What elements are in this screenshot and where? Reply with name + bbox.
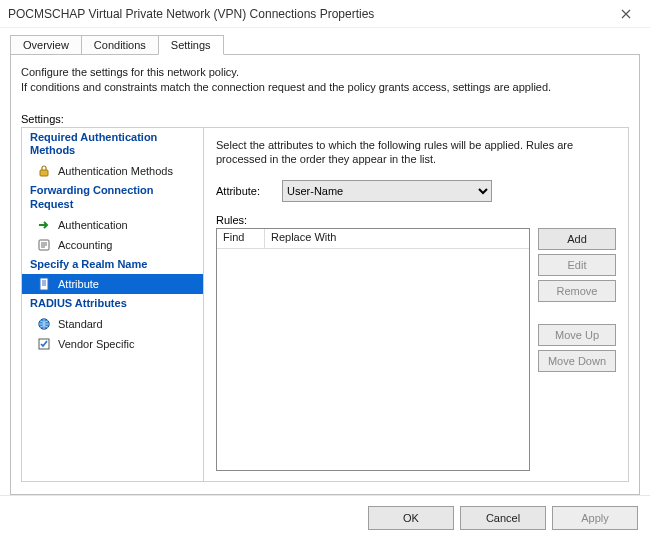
window-title: POCMSCHAP Virtual Private Network (VPN) … bbox=[8, 7, 374, 21]
globe-icon bbox=[36, 316, 52, 332]
attribute-label: Attribute: bbox=[216, 185, 268, 197]
rules-table[interactable]: Find Replace With bbox=[216, 228, 530, 471]
nav-item-label: Authentication Methods bbox=[58, 165, 173, 177]
attribute-row: Attribute: User-Name bbox=[216, 180, 616, 202]
intro-line2: If conditions and constraints match the … bbox=[21, 80, 629, 95]
rules-row: Find Replace With Add Edit Remove Move U… bbox=[216, 228, 616, 471]
document-icon bbox=[36, 276, 52, 292]
dialog-footer: OK Cancel Apply bbox=[0, 495, 650, 539]
settings-label: Settings: bbox=[21, 113, 629, 125]
rules-label: Rules: bbox=[216, 214, 616, 226]
col-replace-with[interactable]: Replace With bbox=[265, 229, 529, 248]
nav-item-label: Accounting bbox=[58, 239, 112, 251]
section-header-radius: RADIUS Attributes bbox=[22, 294, 203, 314]
nav-item-authentication-methods[interactable]: Authentication Methods bbox=[22, 161, 203, 181]
move-up-button[interactable]: Move Up bbox=[538, 324, 616, 346]
nav-item-label: Standard bbox=[58, 318, 103, 330]
svg-rect-0 bbox=[40, 170, 48, 176]
rules-button-column: Add Edit Remove Move Up Move Down bbox=[538, 228, 616, 471]
tab-conditions[interactable]: Conditions bbox=[81, 35, 159, 54]
book-icon bbox=[36, 237, 52, 253]
close-icon bbox=[621, 9, 631, 19]
section-header-realm: Specify a Realm Name bbox=[22, 255, 203, 275]
rules-table-header: Find Replace With bbox=[217, 229, 529, 249]
titlebar: POCMSCHAP Virtual Private Network (VPN) … bbox=[0, 0, 650, 28]
window: POCMSCHAP Virtual Private Network (VPN) … bbox=[0, 0, 650, 539]
tab-settings[interactable]: Settings bbox=[158, 35, 224, 55]
tab-panel-settings: Configure the settings for this network … bbox=[10, 54, 640, 495]
settings-group: Required Authentication Methods Authenti… bbox=[21, 127, 629, 482]
apply-button[interactable]: Apply bbox=[552, 506, 638, 530]
close-button[interactable] bbox=[608, 4, 644, 24]
tab-overview[interactable]: Overview bbox=[10, 35, 82, 54]
section-header-auth-methods: Required Authentication Methods bbox=[22, 128, 203, 162]
arrow-right-icon bbox=[36, 217, 52, 233]
ok-button[interactable]: OK bbox=[368, 506, 454, 530]
nav-item-accounting[interactable]: Accounting bbox=[22, 235, 203, 255]
intro-line1: Configure the settings for this network … bbox=[21, 65, 629, 80]
nav-item-label: Authentication bbox=[58, 219, 128, 231]
intro-text: Configure the settings for this network … bbox=[21, 65, 629, 95]
remove-button[interactable]: Remove bbox=[538, 280, 616, 302]
nav-item-standard[interactable]: Standard bbox=[22, 314, 203, 334]
content-pane: Select the attributes to which the follo… bbox=[204, 128, 628, 481]
cancel-button[interactable]: Cancel bbox=[460, 506, 546, 530]
nav-item-label: Attribute bbox=[58, 278, 99, 290]
settings-nav: Required Authentication Methods Authenti… bbox=[22, 128, 204, 481]
svg-rect-5 bbox=[40, 278, 48, 290]
add-button[interactable]: Add bbox=[538, 228, 616, 250]
attribute-dropdown[interactable]: User-Name bbox=[282, 180, 492, 202]
nav-item-label: Vendor Specific bbox=[58, 338, 134, 350]
button-spacer bbox=[538, 306, 616, 320]
rules-table-body bbox=[217, 249, 529, 470]
tabs-strip: Overview Conditions Settings bbox=[0, 28, 650, 54]
nav-item-attribute[interactable]: Attribute bbox=[22, 274, 203, 294]
nav-item-authentication[interactable]: Authentication bbox=[22, 215, 203, 235]
lock-icon bbox=[36, 163, 52, 179]
nav-item-vendor-specific[interactable]: Vendor Specific bbox=[22, 334, 203, 354]
content-description: Select the attributes to which the follo… bbox=[216, 138, 616, 167]
edit-button[interactable]: Edit bbox=[538, 254, 616, 276]
section-header-forwarding: Forwarding Connection Request bbox=[22, 181, 203, 215]
col-find[interactable]: Find bbox=[217, 229, 265, 248]
checkbox-icon bbox=[36, 336, 52, 352]
move-down-button[interactable]: Move Down bbox=[538, 350, 616, 372]
